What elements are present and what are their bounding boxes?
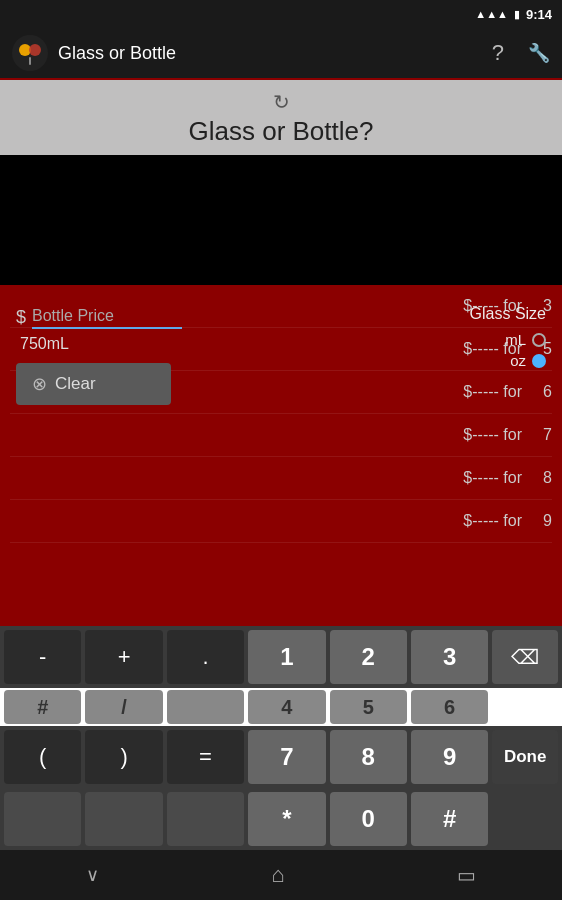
oz-radio[interactable] <box>532 354 546 368</box>
keyboard-row-1: - + . 1 2 3 ⌫ <box>0 626 562 688</box>
ml-label: mL <box>505 331 526 348</box>
battery-icon: ▮ <box>514 8 520 21</box>
unit-ml[interactable]: mL <box>505 331 546 348</box>
price-row-8oz-text: $----- for <box>463 469 522 487</box>
home-icon[interactable]: ⌂ <box>271 862 284 888</box>
svg-point-2 <box>29 44 41 56</box>
app-title: Glass or Bottle <box>58 43 472 64</box>
price-row-6oz-num: 6 <box>532 383 552 401</box>
svg-rect-3 <box>29 57 31 65</box>
key-1[interactable]: 1 <box>248 630 325 684</box>
key-minus[interactable]: - <box>4 630 81 684</box>
key-5-partial: 5 <box>330 690 407 724</box>
price-row-8oz: $----- for 8 <box>10 457 552 500</box>
refresh-icon[interactable]: ↻ <box>273 90 290 114</box>
unit-options: mL oz <box>470 331 546 369</box>
price-row-9oz-num: 9 <box>532 512 552 530</box>
price-row-6oz-text: $----- for <box>463 383 522 401</box>
key-2[interactable]: 2 <box>330 630 407 684</box>
status-time: 9:14 <box>526 7 552 22</box>
key-special-2[interactable] <box>85 792 162 846</box>
bottle-price-input[interactable] <box>32 305 182 329</box>
key-pound[interactable]: # <box>411 792 488 846</box>
app-bar: Glass or Bottle ? 🔧 <box>0 28 562 80</box>
price-row-8oz-num: 8 <box>532 469 552 487</box>
key-0[interactable]: 0 <box>330 792 407 846</box>
keyboard-row-4: * 0 # <box>0 788 562 850</box>
key-special-1[interactable] <box>4 792 81 846</box>
key-dot[interactable]: . <box>167 630 244 684</box>
clear-label: Clear <box>55 374 96 394</box>
key-slash-partial: / <box>85 690 162 724</box>
settings-icon[interactable]: 🔧 <box>528 42 550 64</box>
keyboard-row-3: ( ) = 7 8 9 Done <box>0 726 562 788</box>
key-asterisk[interactable]: * <box>248 792 325 846</box>
key-open-paren[interactable]: ( <box>4 730 81 784</box>
signal-icon: ▲▲▲ <box>475 8 508 20</box>
key-4-partial: 4 <box>248 690 325 724</box>
key-hash-partial: # <box>4 690 81 724</box>
nav-bar: ∨ ⌂ ▭ <box>0 850 562 900</box>
ml-radio[interactable] <box>532 333 546 347</box>
volume-label: 750mL <box>20 335 216 353</box>
key-special-3[interactable] <box>167 792 244 846</box>
left-panel: $ 750mL ⊗ Clear <box>16 305 216 405</box>
key-empty-partial <box>167 690 244 724</box>
clear-button[interactable]: ⊗ Clear <box>16 363 171 405</box>
key-backspace[interactable]: ⌫ <box>492 630 558 684</box>
oz-label: oz <box>510 352 526 369</box>
app-logo-icon <box>12 35 48 71</box>
glass-size-label: Glass Size <box>470 305 546 323</box>
right-panel: Glass Size mL oz <box>470 305 546 369</box>
help-icon[interactable]: ? <box>492 40 504 66</box>
key-plus[interactable]: + <box>85 630 162 684</box>
clear-icon: ⊗ <box>32 373 47 395</box>
price-row-7oz-text: $----- for <box>463 426 522 444</box>
header-area: ↻ Glass or Bottle? <box>0 80 562 155</box>
key-9[interactable]: 9 <box>411 730 488 784</box>
key-7[interactable]: 7 <box>248 730 325 784</box>
header-title: Glass or Bottle? <box>189 116 374 147</box>
dollar-sign: $ <box>16 307 26 328</box>
status-bar: ▲▲▲ ▮ 9:14 <box>0 0 562 28</box>
key-equals[interactable]: = <box>167 730 244 784</box>
price-row-9oz: $----- for 9 <box>10 500 552 543</box>
back-icon[interactable]: ∨ <box>86 864 99 886</box>
keyboard: - + . 1 2 3 ⌫ # / 4 5 6 ( ) = 7 8 9 Done… <box>0 626 562 850</box>
price-input-row: $ <box>16 305 216 329</box>
keyboard-row-partial: # / 4 5 6 <box>0 688 562 726</box>
price-row-7oz: $----- for 7 <box>10 414 552 457</box>
unit-oz[interactable]: oz <box>510 352 546 369</box>
key-done-partial <box>492 690 558 724</box>
key-6-partial: 6 <box>411 690 488 724</box>
key-3[interactable]: 3 <box>411 630 488 684</box>
price-row-9oz-text: $----- for <box>463 512 522 530</box>
key-done[interactable]: Done <box>492 730 558 784</box>
price-row-7oz-num: 7 <box>532 426 552 444</box>
recent-apps-icon[interactable]: ▭ <box>457 863 476 887</box>
key-8[interactable]: 8 <box>330 730 407 784</box>
key-close-paren[interactable]: ) <box>85 730 162 784</box>
